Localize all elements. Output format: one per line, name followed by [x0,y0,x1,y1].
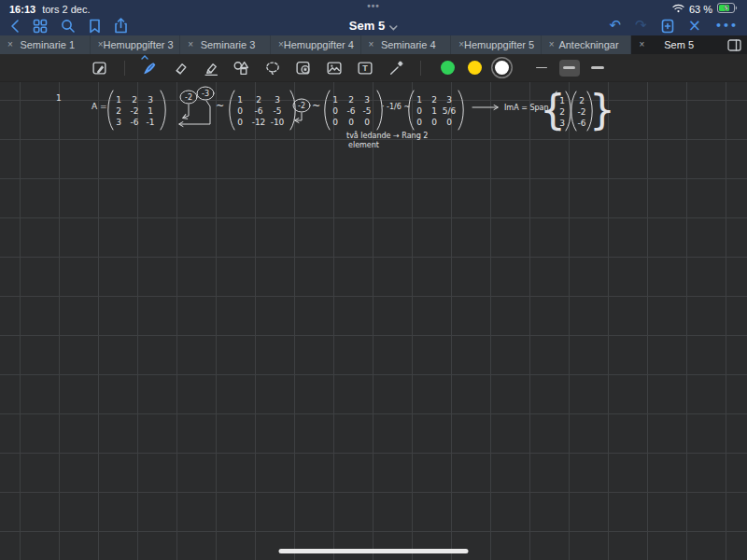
undo-icon[interactable]: ↶ [610,19,622,33]
back-button[interactable] [9,19,20,34]
svg-text:3: 3 [446,95,452,105]
tab-label: Hemuppgifter 3 [103,39,179,50]
share-icon[interactable] [114,18,128,34]
tab-label: Seminarie 1 [13,39,90,50]
svg-text:· -1/6 ~: · -1/6 ~ [382,103,410,111]
svg-text:element: element [348,141,379,149]
svg-text:-6: -6 [347,106,356,116]
close-document-icon[interactable]: × [688,18,701,34]
svg-text:1: 1 [431,106,437,116]
page-title: Sem 5 [349,19,385,33]
svg-text:-2: -2 [131,106,139,116]
svg-text:1: 1 [237,95,243,105]
yellow-color-swatch[interactable] [468,61,482,75]
tab-hemuppgifter-4[interactable]: ×Hemuppgifter 4 [271,35,361,54]
svg-text:-2: -2 [185,93,192,102]
tab-hemuppgifter-5[interactable]: ×Hemuppgifter 5 [451,35,542,54]
svg-text:0: 0 [348,118,354,127]
white-color-swatch[interactable] [495,61,509,75]
svg-text:-3: -3 [202,90,209,98]
tab-seminarie-3[interactable]: ×Seminarie 3 [180,35,271,54]
clock: 16:13 [9,4,35,15]
svg-text:0: 0 [332,118,338,127]
svg-text:5/6: 5/6 [443,106,457,116]
tab-sem-5[interactable]: ×Sem 5 [631,35,721,54]
tab-label: Hemuppgifter 4 [284,39,360,50]
svg-text:1: 1 [559,96,565,105]
multitask-indicator-icon[interactable]: ••• [367,1,380,11]
svg-text:}: } [589,86,615,133]
svg-text:0: 0 [416,118,422,127]
date: tors 2 dec. [42,4,90,15]
highlighter-tool-button[interactable] [200,58,222,78]
tab-bar: ×Seminarie 1×Hemuppgifter 3×Seminarie 3×… [0,35,747,54]
nav-right: ↶ ↷ × ••• [610,18,739,34]
tab-hemuppgifter-3[interactable]: ×Hemuppgifter 3 [91,35,181,54]
svg-text:0: 0 [416,106,422,116]
svg-text:2: 2 [431,95,437,105]
tab-label: Sem 5 [644,39,721,50]
thin-thickness-option[interactable] [531,60,552,77]
laser-pointer-tool-button[interactable] [385,58,407,78]
nav-left [9,18,128,34]
svg-text:1: 1 [116,95,121,105]
svg-text:-6: -6 [131,118,139,127]
note-canvas[interactable]: 1A =1232-213-6-1-2-3~1230-6-50-12-10-2~1… [0,82,747,560]
ink-layer: 1A =1232-213-6-1-2-3~1230-6-50-12-10-2~1… [0,82,747,560]
more-options-icon[interactable]: ••• [715,21,738,31]
tab-label: Seminarie 4 [374,39,450,50]
redo-icon[interactable]: ↷ [635,19,647,33]
tab-seminarie-4[interactable]: ×Seminarie 4 [361,35,452,54]
tab-anteckningar[interactable]: ×Anteckningar [542,35,632,54]
svg-text:2: 2 [116,106,121,116]
svg-text:1: 1 [56,93,62,103]
pen-tool-button[interactable] [138,58,161,78]
svg-text:-2: -2 [298,102,305,110]
battery-percent: 63 % [689,4,712,15]
svg-text:två ledande → Rang 2: två ledande → Rang 2 [346,131,428,140]
notebook-title[interactable]: Sem 5 [349,18,398,35]
svg-text:3: 3 [116,118,121,127]
bookmark-icon[interactable] [89,19,101,34]
search-icon[interactable] [61,19,76,34]
add-page-icon[interactable] [661,19,674,34]
svg-text:-10: -10 [271,118,285,127]
svg-text:2: 2 [132,95,137,105]
svg-text:1: 1 [332,95,338,105]
status-left: 16:13 tors 2 dec. [9,4,91,15]
lasso-tool-button[interactable] [261,58,284,78]
svg-text:2: 2 [256,95,261,105]
text-tool-button[interactable]: T [354,58,376,78]
color-swatches [441,61,509,75]
image-tool-button[interactable] [323,58,345,78]
svg-text:3: 3 [148,95,153,105]
status-right: 63 % [672,3,738,15]
toolbar-divider [124,61,125,76]
tab-seminarie-1[interactable]: ×Seminarie 1 [0,35,91,54]
medium-thickness-option[interactable] [559,60,580,77]
elements-sticker-tool-button[interactable] [292,58,315,78]
svg-text:-6: -6 [255,106,263,116]
sidebar-toggle-icon[interactable] [721,35,747,54]
eraser-tool-button[interactable] [169,58,191,78]
thumbnails-grid-icon[interactable] [33,19,48,34]
svg-text:-5: -5 [274,106,282,116]
green-color-swatch[interactable] [441,61,455,75]
svg-text:~: ~ [312,100,320,112]
svg-text:2: 2 [559,107,565,117]
fountain-pen-icon [141,60,158,77]
svg-text:0: 0 [237,106,243,116]
svg-text:0: 0 [446,118,452,127]
shapes-tool-button[interactable] [231,58,253,78]
home-indicator[interactable] [279,549,469,553]
svg-text:0: 0 [332,106,338,116]
tab-label: Anteckningar [555,39,631,50]
header: 16:13 tors 2 dec. ••• 63 % [0,0,747,35]
editing-mode-toggle-icon[interactable] [89,58,111,78]
stroke-width-dash [563,66,575,69]
thick-thickness-option[interactable] [587,60,608,77]
svg-text:1: 1 [416,95,422,105]
stroke-width-dash [591,66,604,70]
svg-text:-6: -6 [578,119,586,128]
svg-text:-2: -2 [578,107,586,117]
